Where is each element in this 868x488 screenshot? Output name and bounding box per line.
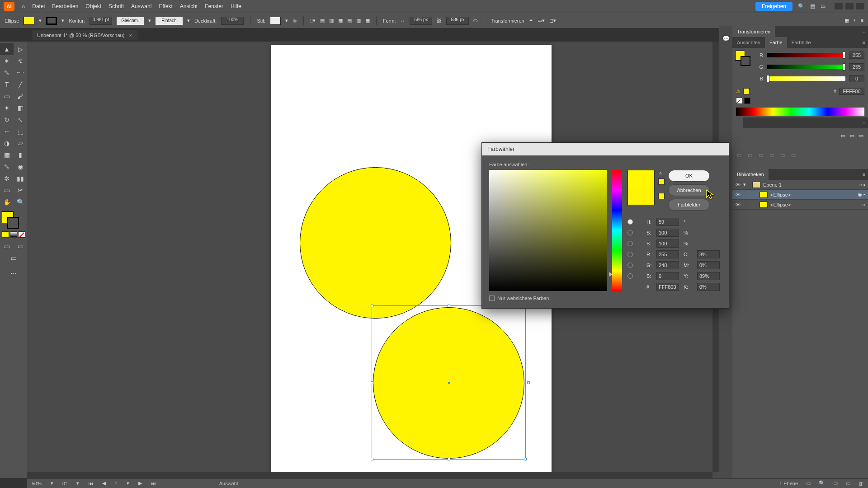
r-radio[interactable]: [627, 252, 633, 257]
tab-swatches[interactable]: [732, 117, 743, 128]
chevron-down-icon[interactable]: ▾: [187, 18, 190, 23]
line-tool[interactable]: ╱: [14, 79, 27, 90]
arrange-icon[interactable]: ▭▾: [538, 18, 545, 23]
menu-ansicht[interactable]: Ansicht: [180, 3, 198, 9]
properties-icon[interactable]: ⫶: [854, 18, 856, 23]
out-of-gamut-icon[interactable]: ⚠: [658, 171, 665, 177]
layers-locate-icon[interactable]: 🔍: [819, 480, 825, 486]
layer-name[interactable]: Ebene 1: [763, 182, 782, 188]
nav-next-icon[interactable]: ▶: [138, 480, 142, 486]
tab-bibliotheken[interactable]: Bibliotheken: [732, 169, 769, 180]
h-input[interactable]: [656, 218, 679, 226]
corner-icon[interactable]: ⬭: [473, 18, 477, 23]
draw-normal-icon[interactable]: ▭: [0, 240, 14, 252]
visibility-icon[interactable]: 👁: [732, 192, 743, 197]
magic-wand-tool[interactable]: ✶: [0, 55, 14, 67]
align-center-icon[interactable]: ▥: [329, 18, 334, 23]
hex-input[interactable]: [656, 283, 679, 291]
layer-row[interactable]: 👁 <Ellipse> ◉ ▪: [732, 190, 868, 200]
layers-action-icon[interactable]: ▭: [806, 480, 811, 486]
chevron-down-icon[interactable]: ▾: [148, 18, 151, 23]
s-radio[interactable]: [627, 230, 633, 235]
gamut-swatch[interactable]: [658, 178, 665, 185]
width-input[interactable]: 586 px: [410, 17, 432, 25]
swatch-action-icon[interactable]: ▭: [841, 133, 845, 139]
menu-bearbeiten[interactable]: Bearbeiten: [52, 3, 78, 9]
zoom-tool[interactable]: 🔍: [14, 196, 27, 208]
blend-tool[interactable]: ◉: [14, 161, 27, 173]
selection-bounding-box[interactable]: [372, 305, 526, 460]
b-slider[interactable]: [767, 76, 845, 81]
hue-indicator[interactable]: [609, 272, 612, 277]
close-tab-icon[interactable]: ×: [129, 33, 132, 38]
b-radio[interactable]: [627, 241, 633, 246]
swatch-delete-icon[interactable]: ▭: [859, 133, 863, 139]
minimize-icon[interactable]: [835, 3, 843, 9]
eyedropper-tool[interactable]: ✎: [0, 161, 14, 173]
tab-ausrichten[interactable]: Ausrichten: [732, 37, 765, 48]
menu-effekt[interactable]: Effekt: [159, 3, 172, 9]
draw-behind-icon[interactable]: ▭: [14, 240, 27, 252]
stroke-indicator[interactable]: [7, 217, 19, 229]
b-value[interactable]: 0: [849, 75, 864, 82]
menu-schrift[interactable]: Schrift: [108, 3, 124, 9]
select-similar-icon[interactable]: ◻▾: [549, 18, 556, 23]
layer-row[interactable]: 👁 ▾ Ebene 1 ○ ▪: [732, 180, 868, 190]
none-swatch[interactable]: [736, 98, 742, 104]
ok-button[interactable]: OK: [668, 170, 710, 182]
g-value[interactable]: 255: [849, 63, 864, 70]
r-slider[interactable]: [767, 53, 845, 57]
swatch-trash-icon[interactable]: ▭: [791, 152, 796, 158]
paintbrush-tool[interactable]: 🖌: [14, 90, 27, 102]
gamut-warning-icon[interactable]: ⚠: [736, 89, 741, 94]
menu-objekt[interactable]: Objekt: [85, 3, 101, 9]
type-tool[interactable]: T: [0, 79, 14, 90]
swatch-new2-icon[interactable]: ▭: [769, 152, 774, 158]
constrain-icon[interactable]: ⛓: [437, 18, 442, 23]
align-middle-icon[interactable]: ▥: [356, 18, 361, 23]
layers-trash-icon[interactable]: 🗑: [859, 481, 863, 486]
stroke-weight-input[interactable]: 0.981 pt: [90, 17, 112, 25]
pen-tool[interactable]: ✎: [0, 67, 14, 79]
swatches-button[interactable]: Farbfelder: [668, 199, 710, 211]
screen-mode-icon[interactable]: ▭: [7, 252, 20, 264]
b2-input[interactable]: [656, 272, 679, 280]
r-value[interactable]: 255: [849, 52, 864, 59]
isolate-icon[interactable]: ✦: [529, 18, 533, 23]
g-input[interactable]: [656, 261, 679, 269]
rectangle-tool[interactable]: ▭: [0, 90, 14, 102]
align-left-icon[interactable]: ▤: [320, 18, 325, 23]
tab-transformieren[interactable]: Transformieren: [732, 26, 775, 37]
width-tool[interactable]: ↔: [0, 126, 14, 137]
s-input[interactable]: [656, 229, 679, 237]
nav-first-icon[interactable]: ⏮: [88, 481, 93, 486]
share-button[interactable]: Freigeben: [755, 2, 793, 11]
object-name[interactable]: <Ellipse>: [770, 202, 791, 207]
b-input[interactable]: [656, 239, 679, 248]
r-input[interactable]: [656, 250, 679, 258]
link-icon[interactable]: ↔: [400, 18, 405, 23]
height-input[interactable]: 586 px: [446, 17, 469, 25]
saturation-value-plane[interactable]: [489, 170, 607, 291]
slice-tool[interactable]: ✂: [14, 184, 27, 196]
spectrum-ramp[interactable]: [736, 108, 864, 116]
shaper-tool[interactable]: ✦: [0, 102, 14, 114]
none-mode-icon[interactable]: [18, 231, 25, 238]
swatch-group-icon[interactable]: ▭: [759, 152, 763, 158]
edit-toolbar-icon[interactable]: ⋯: [7, 267, 20, 279]
opacity-input[interactable]: 100%: [221, 17, 244, 25]
b2-radio[interactable]: [627, 273, 633, 279]
gradient-mode-icon[interactable]: [10, 231, 17, 238]
horizontal-scrollbar[interactable]: [27, 472, 712, 478]
ellipse-shape-1[interactable]: [300, 167, 451, 319]
arrange-icon[interactable]: ▭: [821, 3, 826, 9]
panel-menu-icon[interactable]: ≡: [863, 29, 868, 34]
target-icon[interactable]: ○ ▪: [859, 182, 868, 188]
menu-auswahl[interactable]: Auswahl: [131, 3, 151, 9]
h-radio[interactable]: [627, 219, 633, 225]
align-icon[interactable]: ▯▾: [310, 18, 316, 23]
artboard-number[interactable]: 1: [115, 481, 118, 486]
swatch-new-icon[interactable]: ▭: [850, 133, 854, 139]
panel-toggle-icon[interactable]: ▦: [844, 18, 849, 23]
nav-prev-icon[interactable]: ◀: [102, 480, 106, 486]
